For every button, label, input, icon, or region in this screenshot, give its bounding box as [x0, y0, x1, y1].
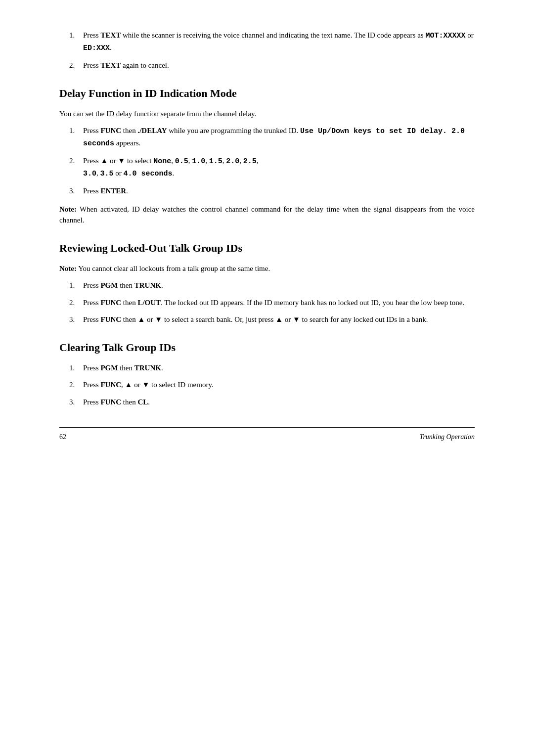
section1-list: 1. Press FUNC then ./DELAY while you are… — [59, 125, 475, 197]
list-item: 2. Press FUNC, or to select ID memory. — [59, 379, 475, 391]
page: 1. Press TEXT while the scanner is recei… — [0, 0, 534, 756]
list-number: 1. — [69, 362, 83, 374]
list-item: 3. Press FUNC then CL. — [59, 397, 475, 408]
list-item: 1. Press TEXT while the scanner is recei… — [59, 30, 475, 54]
list-content: Press FUNC, or to select ID memory. — [83, 379, 475, 391]
intro-list: 1. Press TEXT while the scanner is recei… — [59, 30, 475, 71]
list-item: 3. Press ENTER. — [59, 185, 475, 197]
list-item: 2. Press FUNC then L/OUT. The locked out… — [59, 297, 475, 309]
list-content: Press ENTER. — [83, 185, 475, 197]
list-content: Press PGM then TRUNK. — [83, 362, 475, 374]
page-number: 62 — [59, 432, 66, 442]
list-item: 1. Press FUNC then ./DELAY while you are… — [59, 125, 475, 149]
section3-list: 1. Press PGM then TRUNK. 2. Press FUNC, … — [59, 362, 475, 408]
list-content: Press TEXT again to cancel. — [83, 60, 475, 71]
list-item: 1. Press PGM then TRUNK. — [59, 280, 475, 291]
list-number: 3. — [69, 314, 83, 325]
list-content: Press FUNC then CL. — [83, 397, 475, 408]
list-content: Press FUNC then ./DELAY while you are pr… — [83, 125, 475, 149]
list-item: 2. Press or to select None, 0.5, 1.0, 1.… — [59, 155, 475, 179]
list-content: Press FUNC then L/OUT. The locked out ID… — [83, 297, 475, 309]
section3-title: Clearing Talk Group IDs — [59, 339, 475, 356]
footer-title: Trunking Operation — [419, 432, 475, 442]
section1-intro: You can set the ID delay function separa… — [59, 108, 475, 120]
list-number: 3. — [69, 185, 83, 197]
list-number: 1. — [69, 30, 83, 54]
list-number: 2. — [69, 297, 83, 309]
list-number: 1. — [69, 280, 83, 291]
list-content: Press PGM then TRUNK. — [83, 280, 475, 291]
section2-title: Reviewing Locked-Out Talk Group IDs — [59, 240, 475, 256]
section2-note: Note: You cannot clear all lockouts from… — [59, 263, 475, 274]
list-content: Press TEXT while the scanner is receivin… — [83, 30, 475, 54]
list-number: 2. — [69, 379, 83, 391]
list-item: 3. Press FUNC then or to select a search… — [59, 314, 475, 325]
list-number: 1. — [69, 125, 83, 149]
list-content: Press or to select None, 0.5, 1.0, 1.5, … — [83, 155, 475, 179]
list-number: 2. — [69, 60, 83, 71]
list-item: 1. Press PGM then TRUNK. — [59, 362, 475, 374]
list-content: Press FUNC then or to select a search ba… — [83, 314, 475, 325]
list-number: 3. — [69, 397, 83, 408]
list-item: 2. Press TEXT again to cancel. — [59, 60, 475, 71]
section1-title: Delay Function in ID Indication Mode — [59, 85, 475, 101]
section1-note: Note: When activated, ID delay watches t… — [59, 204, 475, 226]
list-number: 2. — [69, 155, 83, 179]
footer: 62 Trunking Operation — [59, 427, 475, 442]
section2-list: 1. Press PGM then TRUNK. 2. Press FUNC t… — [59, 280, 475, 325]
